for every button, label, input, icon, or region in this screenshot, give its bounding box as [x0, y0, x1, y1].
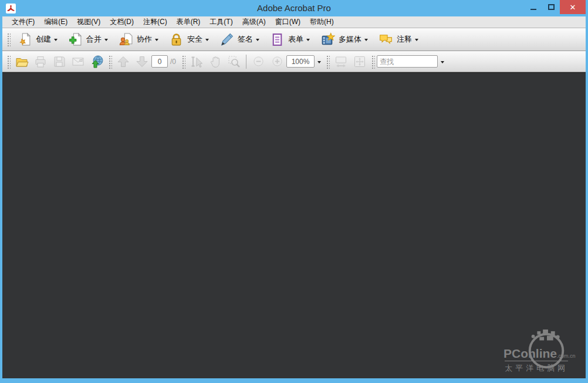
print-button[interactable]: [32, 53, 49, 70]
sign-dropdown-caret: [256, 39, 259, 41]
upload-share-button[interactable]: [88, 53, 106, 70]
zoom-in-icon: [272, 56, 283, 67]
file-toolbar: /0: [2, 51, 586, 72]
acrobat-app-icon: [6, 4, 16, 14]
select-tool-icon: [190, 55, 204, 69]
select-tool-button[interactable]: [188, 53, 205, 70]
minimize-button[interactable]: [525, 0, 542, 14]
hand-tool-icon: [208, 55, 222, 69]
create-label: 创建: [36, 34, 51, 45]
multimedia-film-icon: [320, 32, 335, 47]
title-bar: Adobe Acrobat Pro ✕: [2, 0, 586, 16]
previous-page-button[interactable]: [114, 53, 132, 70]
tools-group-drag-handle[interactable]: [181, 55, 185, 69]
upload-globe-icon: [90, 55, 104, 69]
fit-width-button[interactable]: [332, 53, 350, 70]
sign-button[interactable]: 签名: [215, 31, 263, 49]
menu-file[interactable]: 文件(F): [7, 16, 39, 28]
close-icon: ✕: [570, 3, 576, 12]
watermark-brand: PConline.com.cn: [503, 347, 576, 361]
email-icon: [71, 55, 85, 69]
combine-files-icon: [68, 32, 83, 47]
zoom-in-button[interactable]: [268, 53, 286, 70]
down-arrow-icon: [135, 55, 149, 69]
menu-bar: 文件(F) 编辑(E) 视图(V) 文档(D) 注释(C) 表单(R) 工具(T…: [2, 16, 586, 28]
comment-bubble-icon: [379, 32, 393, 47]
create-document-icon: [18, 32, 32, 47]
multimedia-button[interactable]: 多媒体: [316, 31, 372, 49]
menu-advanced[interactable]: 高级(A): [238, 16, 271, 28]
page-number-input[interactable]: [151, 55, 168, 68]
watermark-subtitle: 太平洋电脑网: [505, 361, 568, 374]
create-button[interactable]: 创建: [13, 31, 62, 49]
window-controls: ✕: [525, 0, 586, 16]
find-dropdown-caret: [441, 61, 444, 63]
maximize-icon: [548, 4, 555, 10]
fit-page-button[interactable]: [351, 53, 369, 70]
zoom-level-input[interactable]: [286, 55, 315, 68]
minimize-icon: [530, 9, 536, 10]
comment-dropdown-caret: [415, 39, 418, 41]
forms-label: 表单: [288, 34, 303, 45]
security-lock-icon: [169, 32, 184, 47]
save-icon: [52, 55, 66, 69]
next-page-button[interactable]: [133, 53, 151, 70]
print-icon: [33, 55, 48, 69]
hand-tool-button[interactable]: [207, 53, 224, 70]
collaborate-dropdown-caret: [155, 39, 158, 41]
collaborate-label: 协作: [137, 34, 152, 45]
open-file-button[interactable]: [13, 53, 31, 70]
save-button[interactable]: [50, 53, 68, 70]
collaborate-icon: [119, 32, 133, 47]
find-input[interactable]: [377, 55, 438, 68]
maximize-button[interactable]: [542, 0, 560, 14]
find-group-drag-handle[interactable]: [371, 55, 375, 69]
security-button[interactable]: 安全: [165, 31, 213, 49]
combine-dropdown-caret: [104, 39, 108, 41]
window-title: Adobe Acrobat Pro: [2, 0, 586, 15]
combine-button[interactable]: 合并: [64, 31, 112, 49]
create-dropdown-caret: [54, 39, 58, 41]
view-group-drag-handle[interactable]: [326, 55, 330, 69]
acrobat-window: Adobe Acrobat Pro ✕ 文件(F) 编辑(E) 视图(V) 文档…: [0, 0, 588, 383]
menu-help[interactable]: 帮助(H): [305, 16, 339, 28]
toolbar-drag-handle[interactable]: [6, 32, 11, 46]
security-dropdown-caret: [205, 39, 209, 41]
watermark-suffix: .com.cn: [557, 353, 576, 359]
menu-edit[interactable]: 编辑(E): [39, 16, 72, 28]
security-label: 安全: [187, 34, 202, 45]
forms-dropdown-caret: [306, 39, 310, 41]
pconline-watermark: PConline.com.cn 太平洋电脑网: [503, 331, 580, 374]
multimedia-dropdown-caret: [364, 39, 368, 41]
forms-button[interactable]: 表单: [266, 31, 314, 49]
multimedia-label: 多媒体: [339, 34, 361, 45]
open-folder-icon: [15, 55, 29, 69]
file-toolbar-drag-handle[interactable]: [6, 55, 11, 69]
combine-label: 合并: [86, 34, 102, 45]
email-button[interactable]: [69, 53, 87, 70]
menu-comments[interactable]: 注释(C): [138, 16, 172, 28]
menu-window[interactable]: 窗口(W): [271, 16, 305, 28]
comment-button[interactable]: 注释: [374, 31, 423, 49]
sign-pen-icon: [219, 32, 234, 47]
tasks-toolbar: 创建 合并: [2, 28, 586, 51]
close-button[interactable]: ✕: [560, 0, 586, 14]
find-dropdown-button[interactable]: [438, 55, 447, 69]
nav-group-drag-handle[interactable]: [108, 55, 112, 69]
menu-document[interactable]: 文档(D): [105, 16, 138, 28]
zoom-out-button[interactable]: [249, 53, 267, 70]
forms-icon: [270, 32, 285, 47]
page-count-label: /0: [170, 58, 176, 66]
marquee-zoom-button[interactable]: [225, 53, 243, 70]
zoom-out-icon: [253, 56, 264, 67]
fit-width-icon: [334, 55, 348, 69]
zoom-dropdown-caret: [317, 61, 321, 63]
marquee-zoom-icon: [227, 55, 241, 69]
collaborate-button[interactable]: 协作: [114, 31, 163, 49]
menu-view[interactable]: 视图(V): [72, 16, 105, 28]
zoom-dropdown-button[interactable]: [315, 55, 324, 69]
document-workspace: PConline.com.cn 太平洋电脑网: [2, 72, 586, 378]
menu-tools[interactable]: 工具(T): [205, 16, 237, 28]
menu-forms[interactable]: 表单(R): [172, 16, 205, 28]
up-arrow-icon: [116, 55, 130, 69]
